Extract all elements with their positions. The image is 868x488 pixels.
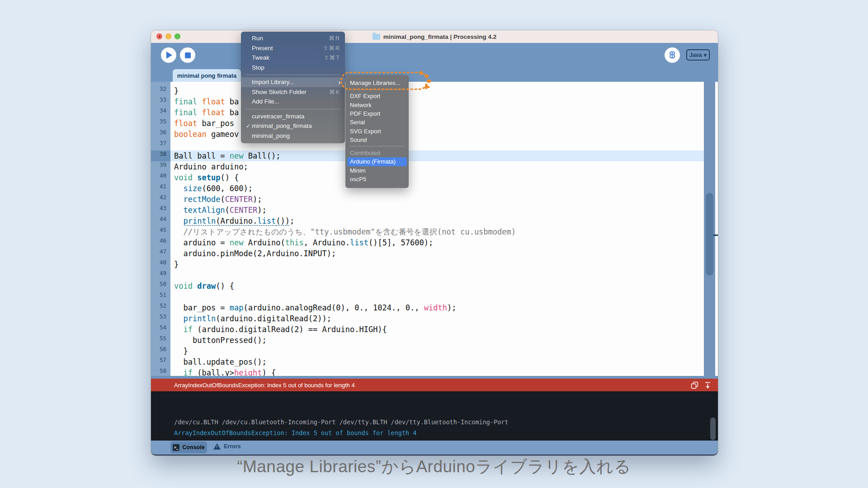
code-line-36[interactable]: 36boolean gameov xyxy=(151,129,704,140)
mode-label: Java xyxy=(689,52,702,58)
butterfly-debug-icon xyxy=(668,51,677,60)
window-title-text: minimal_pong_firmata | Processing 4.2 xyxy=(383,33,497,40)
code-text: if (ball.y>height) { xyxy=(170,367,704,376)
window-titlebar[interactable]: minimal_pong_firmata | Processing 4.2 xyxy=(151,30,718,43)
code-line-56[interactable]: 56 } xyxy=(151,346,704,357)
code-text: println(Arduino.list()); xyxy=(170,216,704,226)
submenu-separator xyxy=(349,89,405,90)
line-number: 43 xyxy=(151,205,170,216)
code-line-48[interactable]: 48} xyxy=(151,259,704,270)
debug-button[interactable] xyxy=(665,47,680,63)
import-library-submenu: Manage Libraries...DXF ExportNetworkPDF … xyxy=(345,75,409,188)
code-line-46[interactable]: 46 arduino = new Arduino(this, Arduino.l… xyxy=(151,237,704,248)
menu-item-label: minimal_pong_firmata xyxy=(252,122,340,129)
submenu-item-dxf-export[interactable]: DXF Export xyxy=(345,92,409,100)
minimize-button[interactable] xyxy=(165,33,171,39)
console-scrollbar-thumb[interactable] xyxy=(710,418,716,440)
code-line-40[interactable]: 40void setup() { xyxy=(151,172,704,183)
code-editor[interactable]: 32}33final float ba34final float ba35flo… xyxy=(151,82,718,376)
code-line-37[interactable]: 37 xyxy=(151,140,704,150)
code-line-45[interactable]: 45 //リストアップされたもののうち、"tty.usbmodem"を含む番号を… xyxy=(151,226,704,237)
submenu-item-arduino-firmata[interactable]: Arduino (Firmata) xyxy=(347,157,407,166)
menu-item-run[interactable]: Run⌘R xyxy=(241,33,345,43)
line-number: 33 xyxy=(151,96,170,107)
code-line-51[interactable]: 51 xyxy=(151,291,704,302)
code-line-34[interactable]: 34final float ba xyxy=(151,107,704,118)
code-line-35[interactable]: 35float bar_pos xyxy=(151,118,704,129)
line-number: 46 xyxy=(151,237,170,248)
code-line-58[interactable]: 58 if (ball.y>height) { xyxy=(151,367,704,376)
menu-item-tweak[interactable]: Tweak⇧⌘T xyxy=(241,53,345,63)
code-text xyxy=(170,291,704,302)
submenu-item-minim[interactable]: Minim xyxy=(345,166,409,175)
line-number: 40 xyxy=(151,172,170,183)
line-number: 53 xyxy=(151,313,170,324)
menu-item-minimal-pong-firmata[interactable]: ✓minimal_pong_firmata xyxy=(241,121,345,131)
submenu-item-network[interactable]: Network xyxy=(345,100,409,109)
copy-error-icon[interactable] xyxy=(691,381,698,389)
code-line-49[interactable]: 49 xyxy=(151,270,704,281)
code-line-52[interactable]: 52 bar_pos = map(arduino.analogRead(0), … xyxy=(151,302,704,313)
code-line-57[interactable]: 57 ball.update_pos(); xyxy=(151,357,704,367)
menu-separator xyxy=(245,109,340,109)
code-text xyxy=(170,270,704,281)
menu-separator xyxy=(245,75,340,75)
code-line-33[interactable]: 33final float ba xyxy=(151,96,704,107)
code-line-38[interactable]: 38Ball ball = new Ball(); xyxy=(151,150,704,161)
submenu-item-oscp5[interactable]: oscP5 xyxy=(345,175,409,183)
submenu-item-contributed: Contributed xyxy=(345,148,409,157)
menu-item-minimal-pong[interactable]: minimal_pong xyxy=(241,131,345,141)
close-button[interactable] xyxy=(156,33,162,39)
console-tab-label: Console xyxy=(182,444,204,450)
code-line-43[interactable]: 43 textAlign(CENTER); xyxy=(151,205,704,216)
submenu-item-svg-export[interactable]: SVG Export xyxy=(345,127,409,136)
code-line-42[interactable]: 42 rectMode(CENTER); xyxy=(151,194,704,205)
tab-minimal-pong-firmata[interactable]: minimal pong firmata xyxy=(173,69,241,82)
menu-item-present[interactable]: Present⇧⌘R xyxy=(241,43,345,53)
code-text: } xyxy=(170,259,704,270)
code-text: size(600, 600); xyxy=(170,183,704,194)
checkmark-icon: ✓ xyxy=(245,123,252,129)
menu-item-import-library[interactable]: Import Library...› xyxy=(241,77,345,87)
code-line-39[interactable]: 39Arduino arduino; xyxy=(151,161,704,172)
tab-errors[interactable]: Errors xyxy=(213,443,241,450)
play-icon xyxy=(166,52,172,59)
code-text: println(arduino.digitalRead(2)); xyxy=(170,313,704,324)
bottom-tab-bar: >_ Console Errors xyxy=(151,441,718,455)
menu-item-add-file[interactable]: Add File... xyxy=(241,97,345,107)
code-line-41[interactable]: 41 size(600, 600); xyxy=(151,183,704,194)
code-line-54[interactable]: 54 if (arduino.digitalRead(2) == Arduino… xyxy=(151,324,704,335)
line-number: 49 xyxy=(151,270,170,281)
menu-item-label: Tweak xyxy=(252,54,324,61)
tab-console[interactable]: >_ Console xyxy=(170,441,207,453)
code-text: Ball ball = new Ball(); xyxy=(170,150,704,161)
code-line-47[interactable]: 47 arduino.pinMode(2,Arduino.INPUT); xyxy=(151,248,704,259)
line-number: 45 xyxy=(151,226,170,237)
line-number: 34 xyxy=(151,107,170,118)
menu-item-show-sketch-folder[interactable]: Show Sketch Folder⌘K xyxy=(241,87,345,97)
submenu-item-pdf-export[interactable]: PDF Export xyxy=(345,109,409,118)
menu-item-curvetracer-firmata[interactable]: curvetracer_firmata xyxy=(241,112,345,122)
line-number: 44 xyxy=(151,216,170,226)
line-number: 57 xyxy=(151,357,170,367)
run-button[interactable] xyxy=(161,47,176,63)
line-number: 41 xyxy=(151,183,170,194)
editor-scrollbar-thumb[interactable] xyxy=(706,193,713,276)
error-message: ArrayIndexOutOfBoundsException: Index 5 … xyxy=(174,382,355,389)
console-panel[interactable]: /dev/cu.BLTH /dev/cu.Bluetooth-Incoming-… xyxy=(151,391,718,441)
code-text: //リストアップされたもののうち、"tty.usbmodem"を含む番号を選択(… xyxy=(170,226,704,237)
stop-button[interactable] xyxy=(180,47,195,63)
submenu-item-manage-libraries[interactable]: Manage Libraries... xyxy=(345,78,409,88)
zoom-button[interactable] xyxy=(175,33,180,39)
collapse-console-icon[interactable] xyxy=(704,381,712,389)
submenu-item-sound[interactable]: Sound xyxy=(345,136,409,144)
code-line-53[interactable]: 53 println(arduino.digitalRead(2)); xyxy=(151,313,704,324)
menu-item-stop[interactable]: Stop xyxy=(241,63,345,73)
code-line-50[interactable]: 50void draw() { xyxy=(151,281,704,291)
code-line-44[interactable]: 44 println(Arduino.list()); xyxy=(151,216,704,226)
submenu-item-serial[interactable]: Serial xyxy=(345,118,409,127)
editor-scrollbar[interactable] xyxy=(704,82,715,376)
code-line-55[interactable]: 55 buttonPressed(); xyxy=(151,335,704,346)
mode-selector-java[interactable]: Java▾ xyxy=(686,49,710,61)
terminal-icon: >_ xyxy=(173,444,179,451)
